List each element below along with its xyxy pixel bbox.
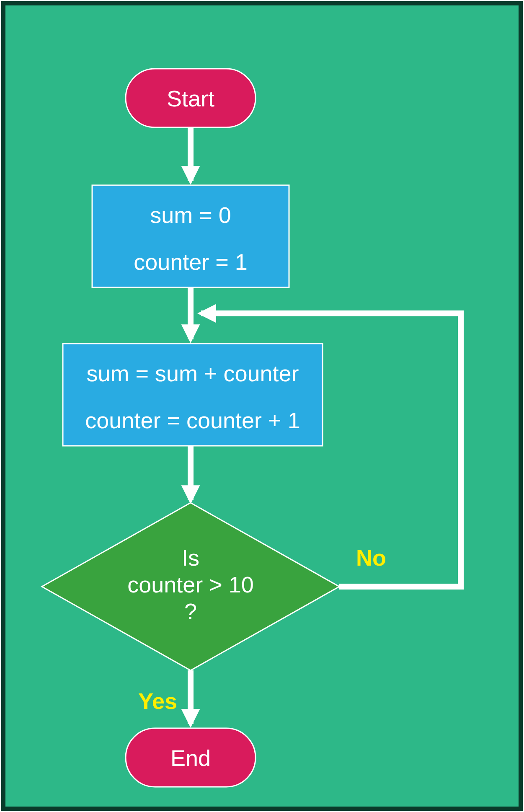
no-label: No [356, 545, 386, 570]
loop-line2: counter = counter + 1 [85, 408, 300, 433]
loop-line1: sum = sum + counter [86, 361, 299, 386]
decision-line3: ? [184, 599, 197, 624]
start-label: Start [167, 86, 214, 111]
init-line2: counter = 1 [134, 249, 248, 274]
decision-line1: Is [182, 545, 199, 570]
end-label: End [170, 745, 211, 771]
yes-label: Yes [138, 688, 177, 714]
flowchart-canvas: Start sum = 0 counter = 1 sum = sum + co… [0, 0, 524, 812]
init-line1: sum = 0 [150, 202, 231, 228]
decision-line2: counter > 10 [127, 572, 254, 597]
